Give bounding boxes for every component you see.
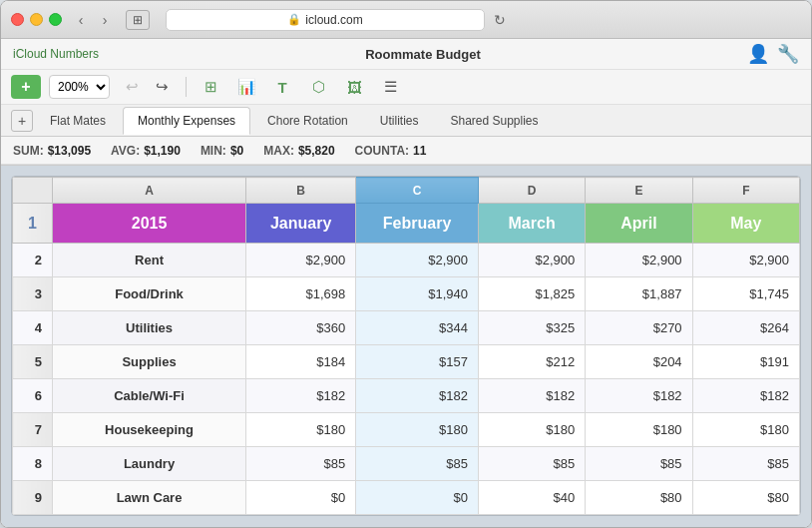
cell-7-mar[interactable]: $180 (478, 413, 585, 447)
table-row-7: 7 Housekeeping $180 $180 $180 $180 $180 (13, 413, 800, 447)
media-icon-button[interactable]: 🖼 (340, 75, 368, 99)
cell-7-label[interactable]: Housekeeping (53, 413, 246, 447)
cell-1-feb[interactable]: February (356, 204, 479, 244)
table-row-9: 9 Lawn Care $0 $0 $40 $80 $80 (13, 481, 800, 515)
cell-5-may[interactable]: $191 (692, 345, 799, 379)
col-header-d[interactable]: D (478, 178, 585, 204)
cell-4-feb[interactable]: $344 (356, 311, 479, 345)
comment-icon-button[interactable]: ☰ (376, 75, 404, 99)
cell-2-may[interactable]: $2,900 (692, 244, 799, 277)
cell-3-may[interactable]: $1,745 (692, 277, 799, 311)
cell-2-label[interactable]: Rent (53, 244, 246, 277)
cell-6-mar[interactable]: $182 (478, 379, 585, 413)
cell-1-year[interactable]: 2015 (53, 204, 246, 244)
cell-3-mar[interactable]: $1,825 (478, 277, 585, 311)
fullscreen-button[interactable] (49, 13, 62, 26)
add-sheet-button[interactable]: + (11, 75, 41, 99)
cell-2-feb[interactable]: $2,900 (356, 244, 479, 277)
tab-flat-mates[interactable]: Flat Mates (35, 107, 121, 135)
row-num-4: 4 (13, 311, 53, 345)
table-row-4: 4 Utilities $360 $344 $325 $270 $264 (13, 311, 800, 345)
url-bar[interactable]: 🔒 icloud.com (166, 9, 485, 31)
cell-9-feb[interactable]: $0 (356, 481, 479, 515)
cell-6-jan[interactable]: $182 (246, 379, 356, 413)
cell-5-jan[interactable]: $184 (246, 345, 356, 379)
tab-shared-supplies[interactable]: Shared Supplies (435, 107, 553, 135)
settings-icon[interactable]: 🔧 (777, 43, 799, 65)
cell-4-jan[interactable]: $360 (246, 311, 356, 345)
cell-3-jan[interactable]: $1,698 (246, 277, 356, 311)
app-name: iCloud Numbers (13, 47, 99, 61)
cell-8-label[interactable]: Laundry (53, 447, 246, 481)
cell-5-feb[interactable]: $157 (356, 345, 479, 379)
forward-button[interactable]: › (94, 10, 116, 30)
stat-counta: COUNTA: 11 (355, 144, 427, 158)
spreadsheet: A B C D E F 1 2015 (11, 176, 801, 516)
cell-8-jan[interactable]: $85 (246, 447, 356, 481)
cell-2-jan[interactable]: $2,900 (246, 244, 356, 277)
cell-3-apr[interactable]: $1,887 (586, 277, 692, 311)
cell-8-may[interactable]: $85 (692, 447, 799, 481)
cell-5-apr[interactable]: $204 (586, 345, 692, 379)
row-num-2: 2 (13, 244, 53, 277)
col-header-e[interactable]: E (586, 178, 692, 204)
cell-7-apr[interactable]: $180 (586, 413, 692, 447)
cell-2-apr[interactable]: $2,900 (586, 244, 692, 277)
tab-chore-rotation[interactable]: Chore Rotation (252, 107, 363, 135)
table-icon-button[interactable]: ⊞ (197, 75, 224, 99)
cell-9-label[interactable]: Lawn Care (53, 481, 246, 515)
add-sheet-tab-button[interactable]: + (11, 110, 33, 132)
tab-utilities[interactable]: Utilities (365, 107, 434, 135)
col-header-a[interactable]: A (53, 178, 246, 204)
cell-4-may[interactable]: $264 (692, 311, 799, 345)
minimize-button[interactable] (30, 13, 43, 26)
cell-1-may[interactable]: May (692, 204, 799, 244)
cell-6-may[interactable]: $182 (692, 379, 799, 413)
cell-9-jan[interactable]: $0 (246, 481, 356, 515)
cell-1-mar[interactable]: March (478, 204, 585, 244)
cell-9-apr[interactable]: $80 (586, 481, 692, 515)
cell-1-apr[interactable]: April (586, 204, 692, 244)
redo-button[interactable]: ↪ (148, 75, 176, 99)
table-row-1: 1 2015 January February March (13, 204, 800, 244)
cell-4-mar[interactable]: $325 (478, 311, 585, 345)
sheet-table: A B C D E F 1 2015 (12, 177, 800, 515)
column-header-row: A B C D E F (13, 178, 800, 204)
table-row-8: 8 Laundry $85 $85 $85 $85 $85 (13, 447, 800, 481)
col-header-f[interactable]: F (692, 178, 799, 204)
titlebar: ‹ › ⊞ 🔒 icloud.com ↻ (1, 1, 811, 39)
cell-1-jan[interactable]: January (246, 204, 356, 244)
back-button[interactable]: ‹ (70, 10, 92, 30)
tab-monthly-expenses[interactable]: Monthly Expenses (123, 107, 250, 135)
refresh-button[interactable]: ↻ (489, 9, 511, 31)
cell-6-feb[interactable]: $182 (356, 379, 479, 413)
col-header-c[interactable]: C (356, 178, 479, 204)
cell-4-apr[interactable]: $270 (586, 311, 692, 345)
cell-6-apr[interactable]: $182 (586, 379, 692, 413)
undo-button[interactable]: ↩ (118, 75, 146, 99)
col-header-b[interactable]: B (246, 178, 356, 204)
zoom-select[interactable]: 200% (49, 75, 110, 99)
cell-8-apr[interactable]: $85 (586, 447, 692, 481)
cell-5-label[interactable]: Supplies (53, 345, 246, 379)
cell-6-label[interactable]: Cable/Wi-Fi (53, 379, 246, 413)
cell-8-feb[interactable]: $85 (356, 447, 479, 481)
text-icon-button[interactable]: T (268, 75, 296, 99)
cell-9-mar[interactable]: $40 (478, 481, 585, 515)
cell-3-feb[interactable]: $1,940 (356, 277, 479, 311)
cell-7-jan[interactable]: $180 (246, 413, 356, 447)
cell-5-mar[interactable]: $212 (478, 345, 585, 379)
cell-7-feb[interactable]: $180 (356, 413, 479, 447)
window-toggle-button[interactable]: ⊞ (126, 10, 150, 30)
cell-8-mar[interactable]: $85 (478, 447, 585, 481)
close-button[interactable] (11, 13, 24, 26)
spreadsheet-container: A B C D E F 1 2015 (1, 166, 811, 527)
chart-icon-button[interactable]: 📊 (232, 75, 260, 99)
shape-icon-button[interactable]: ⬡ (304, 75, 332, 99)
share-icon[interactable]: 👤 (747, 43, 769, 65)
cell-4-label[interactable]: Utilities (53, 311, 246, 345)
cell-2-mar[interactable]: $2,900 (478, 244, 585, 277)
cell-9-may[interactable]: $80 (692, 481, 799, 515)
cell-7-may[interactable]: $180 (692, 413, 799, 447)
cell-3-label[interactable]: Food/Drink (53, 277, 246, 311)
